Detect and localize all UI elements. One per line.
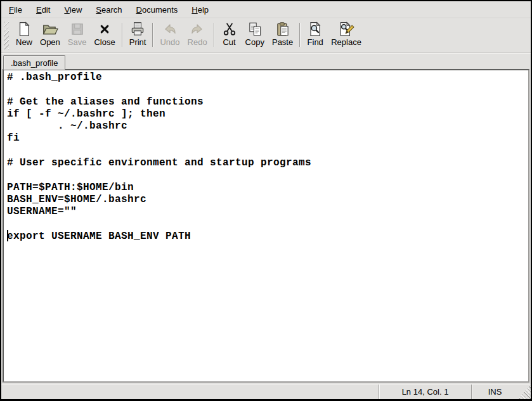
scissors-icon: [221, 21, 238, 37]
replace-button-label: Replace: [331, 37, 361, 48]
redo-arrow-icon: [189, 21, 205, 37]
toolbar-separator: [122, 23, 123, 47]
find-button[interactable]: Find: [303, 20, 327, 48]
find-magnifier-icon: [307, 21, 323, 37]
redo-button-label: Redo: [188, 37, 207, 48]
tab-bash-profile[interactable]: .bash_profile: [3, 55, 65, 70]
cut-button[interactable]: Cut: [217, 20, 242, 48]
tab-strip: .bash_profile: [1, 53, 531, 69]
new-button[interactable]: New: [12, 20, 36, 48]
find-button-label: Find: [308, 37, 323, 48]
menu-edit[interactable]: Edit: [31, 3, 55, 17]
tab-label: .bash_profile: [11, 58, 58, 68]
paste-clipboard-icon: [275, 21, 291, 37]
text-editor-window: File Edit View Search Documents Help New…: [0, 0, 532, 401]
editor-text[interactable]: # .bash_profile # Get the aliases and fu…: [4, 70, 528, 244]
undo-button-label: Undo: [160, 37, 179, 48]
cut-button-label: Cut: [223, 37, 235, 48]
resize-grip[interactable]: [518, 385, 531, 399]
save-floppy-icon: [69, 21, 86, 37]
toolbar-drag-handle[interactable]: [4, 22, 9, 49]
new-button-label: New: [16, 37, 32, 48]
menu-help[interactable]: Help: [186, 3, 214, 17]
copy-pages-icon: [247, 21, 263, 37]
cursor-position-status: Ln 14, Col. 1: [379, 385, 471, 399]
menu-view[interactable]: View: [59, 3, 87, 17]
menu-documents-label: Documents: [136, 5, 178, 15]
save-button: Save: [64, 20, 91, 48]
open-button-label: Open: [40, 37, 60, 48]
redo-button: Redo: [184, 20, 211, 48]
menu-file[interactable]: File: [4, 3, 27, 17]
copy-button[interactable]: Copy: [242, 20, 268, 48]
undo-button: Undo: [156, 20, 183, 48]
menubar: File Edit View Search Documents Help: [1, 1, 531, 18]
close-button-label: Close: [94, 37, 115, 48]
menu-search[interactable]: Search: [91, 3, 127, 17]
close-button[interactable]: Close: [90, 20, 119, 48]
menu-file-label: File: [9, 5, 22, 15]
print-button-label: Print: [129, 37, 146, 48]
menu-view-label: View: [64, 5, 82, 15]
toolbar-separator: [152, 23, 153, 47]
text-cursor-caret: [7, 230, 8, 241]
copy-button-label: Copy: [245, 37, 264, 48]
menu-help-label: Help: [191, 5, 209, 15]
replace-button[interactable]: Replace: [327, 20, 365, 48]
open-folder-icon: [42, 21, 58, 37]
toolbar: New Open Save Close Print: [1, 18, 531, 53]
toolbar-separator: [299, 23, 301, 47]
printer-icon: [129, 21, 146, 37]
status-bar: Ln 14, Col. 1 INS: [1, 385, 531, 399]
menu-search-label: Search: [96, 5, 122, 15]
paste-button-label: Paste: [272, 37, 293, 48]
print-button[interactable]: Print: [126, 20, 150, 48]
close-x-icon: [96, 21, 113, 37]
new-document-icon: [16, 21, 32, 37]
paste-button[interactable]: Paste: [268, 20, 297, 48]
status-bar-message-area: [1, 385, 379, 399]
editor-area: # .bash_profile # Get the aliases and fu…: [3, 69, 529, 383]
save-button-label: Save: [68, 37, 87, 48]
menu-documents[interactable]: Documents: [131, 3, 183, 17]
toolbar-separator: [214, 23, 215, 47]
menu-edit-label: Edit: [36, 5, 50, 15]
open-button[interactable]: Open: [36, 20, 64, 48]
undo-arrow-icon: [162, 21, 178, 37]
insert-mode-status: INS: [471, 385, 518, 399]
replace-magnifier-pencil-icon: [338, 21, 354, 37]
